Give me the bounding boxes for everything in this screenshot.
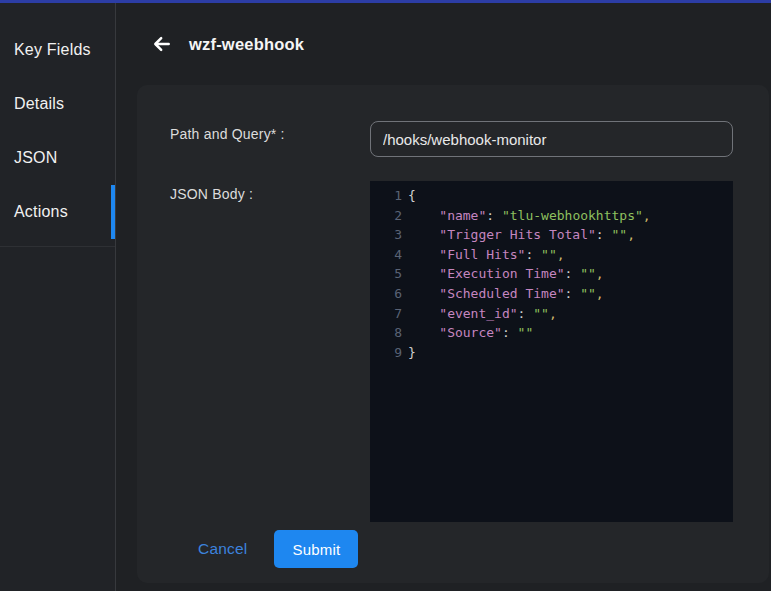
page-title: wzf-weebhook bbox=[189, 35, 304, 54]
sidebar-divider bbox=[0, 246, 115, 247]
sidebar-item-actions[interactable]: Actions bbox=[0, 185, 115, 239]
json-body-label: JSON Body : bbox=[170, 181, 370, 202]
editor-line: 5 "Execution Time": "", bbox=[370, 264, 733, 284]
app-root: Key FieldsDetailsJSONActions wzf-weebhoo… bbox=[0, 3, 771, 591]
cancel-button[interactable]: Cancel bbox=[188, 532, 257, 566]
json-editor[interactable]: 1{2 "name": "tlu-webhookhttps",3 "Trigge… bbox=[370, 181, 733, 522]
line-code: } bbox=[408, 343, 416, 363]
editor-line: 6 "Scheduled Time": "", bbox=[370, 284, 733, 304]
main-area: wzf-weebhook Path and Query* : JSON Body… bbox=[116, 3, 771, 591]
sidebar-item-details[interactable]: Details bbox=[0, 77, 115, 131]
line-code: "Scheduled Time": "", bbox=[408, 284, 604, 304]
line-code: "Full Hits": "", bbox=[408, 245, 565, 265]
sidebar-item-json[interactable]: JSON bbox=[0, 131, 115, 185]
sidebar-item-key-fields[interactable]: Key Fields bbox=[0, 23, 115, 77]
sidebar-item-label: Details bbox=[14, 95, 64, 113]
sidebar-nav: Key FieldsDetailsJSONActions bbox=[0, 3, 115, 239]
form-card: Path and Query* : JSON Body : 1{2 "name"… bbox=[137, 85, 769, 583]
line-number: 7 bbox=[370, 304, 402, 324]
line-number: 9 bbox=[370, 343, 402, 363]
line-code: { bbox=[408, 186, 416, 206]
line-code: "Execution Time": "", bbox=[408, 264, 604, 284]
editor-line: 8 "Source": "" bbox=[370, 323, 733, 343]
back-button[interactable] bbox=[150, 32, 174, 56]
json-body-row: JSON Body : 1{2 "name": "tlu-webhookhttp… bbox=[170, 181, 769, 522]
button-row: Cancel Submit bbox=[188, 530, 769, 568]
line-number: 6 bbox=[370, 284, 402, 304]
editor-line: 2 "name": "tlu-webhookhttps", bbox=[370, 206, 733, 226]
path-query-label: Path and Query* : bbox=[170, 121, 370, 142]
sidebar: Key FieldsDetailsJSONActions bbox=[0, 3, 116, 591]
sidebar-item-label: JSON bbox=[14, 149, 57, 167]
line-code: "name": "tlu-webhookhttps", bbox=[408, 206, 651, 226]
line-code: "event_id": "", bbox=[408, 304, 557, 324]
line-number: 1 bbox=[370, 186, 402, 206]
editor-line: 7 "event_id": "", bbox=[370, 304, 733, 324]
editor-line: 4 "Full Hits": "", bbox=[370, 245, 733, 265]
line-number: 3 bbox=[370, 225, 402, 245]
editor-line: 1{ bbox=[370, 186, 733, 206]
line-number: 8 bbox=[370, 323, 402, 343]
line-code: "Source": "" bbox=[408, 323, 533, 343]
editor-line: 3 "Trigger Hits Total": "", bbox=[370, 225, 733, 245]
sidebar-item-label: Key Fields bbox=[14, 41, 91, 59]
line-number: 5 bbox=[370, 264, 402, 284]
path-query-input[interactable] bbox=[370, 121, 733, 157]
line-number: 4 bbox=[370, 245, 402, 265]
line-code: "Trigger Hits Total": "", bbox=[408, 225, 635, 245]
page-header: wzf-weebhook bbox=[137, 3, 769, 85]
submit-button[interactable]: Submit bbox=[274, 530, 358, 568]
arrow-left-icon bbox=[152, 34, 172, 54]
editor-line: 9} bbox=[370, 343, 733, 363]
path-query-row: Path and Query* : bbox=[170, 121, 769, 157]
line-number: 2 bbox=[370, 206, 402, 226]
sidebar-item-label: Actions bbox=[14, 203, 68, 221]
